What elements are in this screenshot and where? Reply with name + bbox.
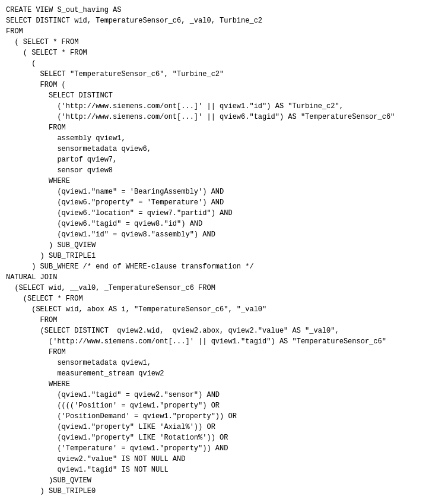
sql-code-block: CREATE VIEW S_out_having AS SELECT DISTI…: [6, 5, 442, 496]
